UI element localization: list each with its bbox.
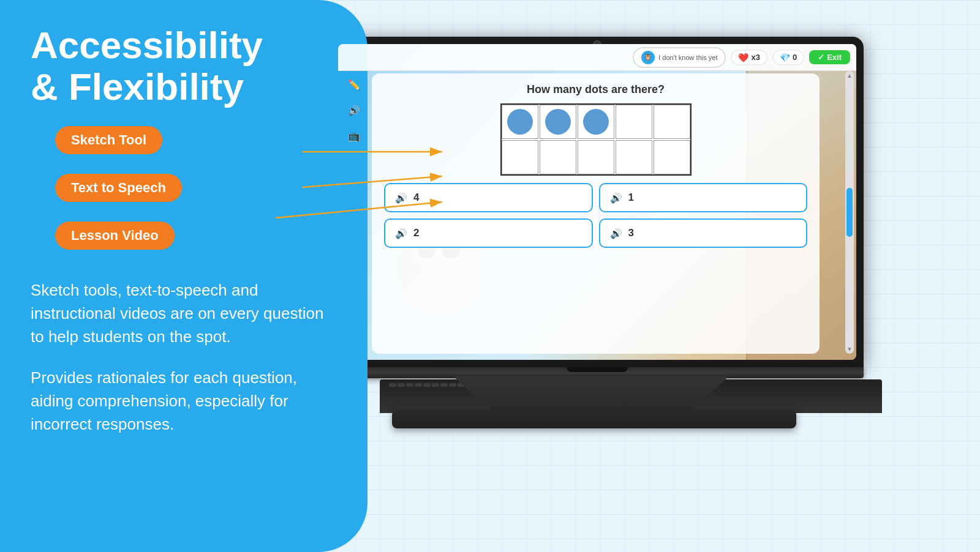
title-line2: & Flexibility [31,65,244,108]
app-topbar: 🦉 I don't know this yet ❤️ x3 💎 0 ✓ Exit [338,44,856,71]
laptop-screen-bezel: 🦉 I don't know this yet ❤️ x3 💎 0 ✓ Exit [338,44,856,360]
dot-cell-4 [616,105,652,139]
hearts-count: x3 [751,53,760,62]
dot-cell-7 [540,140,576,174]
dot-filled-2 [545,109,571,135]
laptop-stand [453,376,729,413]
answer-value-3: 2 [413,227,419,239]
pencil-tool-button[interactable]: ✏️ [343,73,365,95]
description1: Sketch tools, text-to-speech and instruc… [31,279,337,348]
callout-row-video: Lesson Video [55,222,337,261]
answer-button-3[interactable]: 🔊 3 [599,218,808,248]
dot-cell-2 [540,105,576,139]
speaker-icon: 🔊 [348,105,360,116]
dot-cell-1 [502,105,538,139]
main-title: Accessibility & Flexibility [31,24,337,108]
video-icon: 📺 [348,130,360,142]
dot-filled-3 [583,109,609,135]
laptop-stand-base [392,410,796,428]
side-toolbar: ✏️ 🔊 📺 [343,73,365,147]
speaker-icon-a3: 🔊 [395,228,407,239]
diamond-icon: 💎 [780,53,790,62]
scroll-up-arrow: ▲ [846,72,853,79]
exit-label: Exit [827,53,842,62]
dot-cell-5 [654,105,690,139]
question-text: How many dots are there? [527,83,665,96]
owl-icon: 🦉 [641,51,655,64]
scrollbar[interactable]: ▲ ▼ [845,71,854,354]
speaker-icon-a1: 🔊 [395,192,407,204]
checkmark-icon: ✓ [818,53,824,62]
answer-button-2[interactable]: 🔊 2 [384,218,593,248]
diamonds-badge: 💎 0 [772,50,804,65]
exit-button[interactable]: ✓ Exit [809,50,850,64]
dot-cell-10 [654,140,690,174]
hearts-badge: ❤️ x3 [731,50,767,65]
diamond-count: 0 [793,53,797,62]
screen-content: 🦉 I don't know this yet ❤️ x3 💎 0 ✓ Exit [338,44,856,360]
pencil-icon: ✏️ [348,79,360,91]
answer-grid: 🔊 4 🔊 1 🔊 2 🔊 3 [384,183,807,248]
scroll-thumb [846,188,853,237]
sketch-tool-label[interactable]: Sketch Tool [55,126,162,154]
text-to-speech-label[interactable]: Text to Speech [55,174,182,202]
dot-grid [500,103,692,176]
answer-button-4[interactable]: 🔊 4 [384,183,593,212]
dont-know-text: I don't know this yet [658,54,717,61]
dont-know-button[interactable]: 🦉 I don't know this yet [633,47,726,68]
callout-container: Sketch Tool Text to Speech Lesson Video [55,126,337,261]
title-line1: Accessibility [31,24,263,66]
scroll-down-arrow: ▼ [846,346,853,352]
lesson-video-label[interactable]: Lesson Video [55,222,175,250]
answer-value-2: 1 [628,192,634,204]
left-panel: Accessibility & Flexibility Sketch Tool … [0,0,368,552]
description2: Provides rationales for each question, a… [31,367,337,436]
dot-cell-3 [578,105,614,139]
answer-value-1: 4 [413,192,419,204]
dot-cell-8 [578,140,614,174]
question-area: How many dots are there? [372,73,820,354]
laptop-screen-outer: 🦉 I don't know this yet ❤️ x3 💎 0 ✓ Exit [331,37,864,367]
dot-cell-6 [502,140,538,174]
video-tool-button[interactable]: 📺 [343,125,365,147]
answer-value-4: 3 [628,227,634,239]
speaker-icon-a2: 🔊 [610,192,622,204]
heart-icon: ❤️ [738,53,748,62]
speaker-icon-a4: 🔊 [610,228,622,239]
callout-row-sketch: Sketch Tool [55,126,337,165]
callout-row-tts: Text to Speech [55,174,337,213]
dot-cell-9 [616,140,652,174]
dot-filled-1 [507,109,533,135]
answer-button-1[interactable]: 🔊 1 [599,183,808,212]
laptop: 🦉 I don't know this yet ❤️ x3 💎 0 ✓ Exit [331,37,943,514]
speaker-tool-button[interactable]: 🔊 [343,99,365,121]
